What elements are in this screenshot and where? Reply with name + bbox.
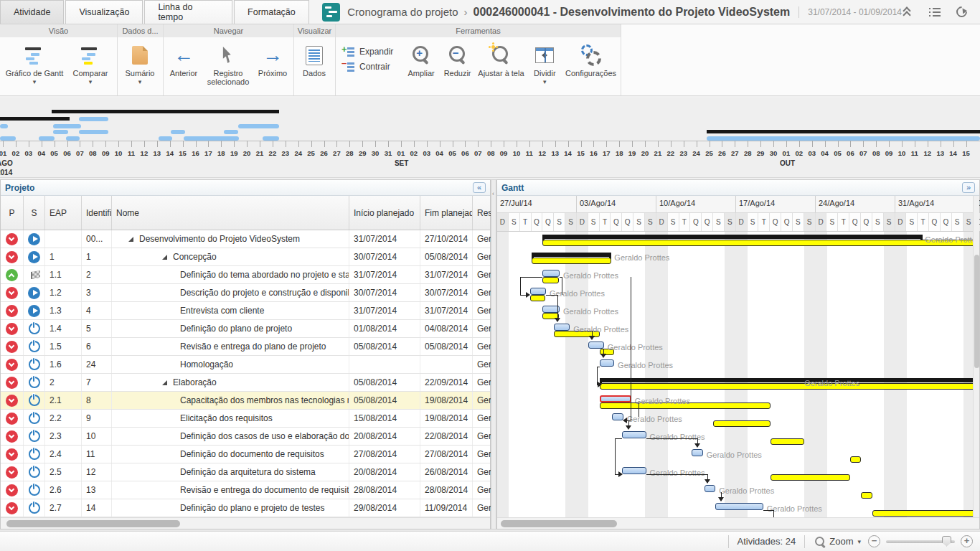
chevron-down-icon[interactable]: ▾ [857,538,861,545]
gantt-actual-bar[interactable] [612,413,623,420]
splitter-collapse-icon[interactable]: ‹ [492,190,494,197]
expand-panel-button[interactable]: » [962,182,975,193]
proximo-button[interactable]: → Próximo [254,40,291,79]
column-header[interactable]: Identific [82,196,112,230]
gantt-horizontal-scrollbar[interactable] [497,517,979,529]
dados-button[interactable]: Dados [296,40,333,79]
gantt-planned-bar[interactable] [600,383,979,390]
planned-end-cell: 27/08/2014 [420,446,473,463]
contrair-button[interactable]: Contrair [343,61,398,72]
gantt-summary-bar[interactable] [532,253,611,257]
gantt-actual-bar[interactable] [622,431,646,438]
gantt-chart-body[interactable]: Geraldo ProttesGeraldo ProttesGeraldo Pr… [497,232,979,519]
gantt-actual-bar[interactable] [692,449,703,456]
registro-selecionado-button[interactable]: Registro selecionado [202,40,254,88]
column-header[interactable]: EAP [45,196,82,230]
gantt-actual-bar[interactable] [554,324,570,331]
table-horizontal-scrollbar[interactable] [1,517,490,529]
anterior-button[interactable]: ← Anterior [165,40,202,79]
gantt-planned-bar[interactable] [542,277,558,283]
axis-month-label: SET [395,159,408,167]
refresh-icon[interactable] [954,4,969,19]
table-row[interactable]: 1.12Definição do tema abordado no projet… [1,266,490,284]
gantt-actual-bar[interactable] [530,288,546,295]
sumario-button[interactable]: Sumário ▾ [119,40,161,86]
axis-tick [427,141,428,147]
table-row[interactable]: 11Concepção30/07/201405/08/2014Geraldo P… [1,248,490,266]
gantt-planned-bar[interactable] [532,258,611,264]
gantt-actual-bar[interactable] [705,485,716,492]
panel-splitter[interactable]: ‹ [491,179,496,529]
tree-expand-icon[interactable] [162,380,167,385]
gantt-actual-bar[interactable] [600,359,615,367]
gantt-assignee-label: Geraldo Prottes [649,468,705,477]
gantt-actual-bar[interactable] [622,467,646,474]
status-not-started-icon [29,448,40,460]
gantt-planned-bar[interactable] [872,510,979,517]
gantt-summary-bar[interactable] [542,235,923,239]
column-header[interactable]: S [24,196,45,230]
zoom-in-button[interactable]: + [961,535,973,547]
dividir-button[interactable]: Dividir ▾ [527,40,563,86]
tab-formatacao[interactable]: Formatação [234,0,309,24]
gantt-planned-bar[interactable] [771,438,805,445]
expandir-button[interactable]: Expandir [343,46,398,57]
table-row[interactable]: 2.613Revisão e entrega do documento de r… [1,481,490,499]
gantt-chart-button[interactable]: Gráfico de Gantt ▾ [1,40,67,86]
table-row[interactable]: 1.34Entrevista com cliente31/07/201431/0… [1,302,490,320]
scrollbar-thumb[interactable] [501,520,617,527]
timeline-overview[interactable]: 01AGO20140203040506070809101112131415161… [0,98,980,178]
tab-linha-do-tempo[interactable]: Linha do tempo [144,0,232,24]
tree-expand-icon[interactable] [128,237,133,242]
collapse-ribbon-icon[interactable] [902,7,913,17]
column-header[interactable]: P [1,196,24,230]
table-row[interactable]: 1.23Descrição do projeto e construção e … [1,284,490,302]
gantt-planned-bar[interactable] [861,492,872,499]
gantt-planned-bar[interactable] [542,240,979,246]
gantt-vertical-scrollbar[interactable] [973,196,979,517]
tree-expand-icon[interactable] [162,255,167,260]
table-row[interactable]: 00...Desenvolvimento do Projeto VideoSys… [1,230,490,248]
table-row[interactable]: 1.624HomologaçãoGeraldo Prottes [1,356,490,374]
configuracoes-button[interactable]: Configurações [562,40,619,79]
list-menu-icon[interactable] [929,8,941,17]
gantt-planned-bar[interactable] [771,474,850,481]
ajustar-tela-button[interactable]: Ajustar à tela [475,40,527,79]
gantt-summary-bar[interactable] [600,378,979,382]
scrollbar-thumb[interactable] [6,520,180,527]
gantt-planned-bar[interactable] [713,420,770,427]
reduzir-button[interactable]: − Reduzir [440,40,476,79]
table-row[interactable]: 27Elaboração05/08/201422/09/2014Geraldo … [1,374,490,392]
gantt-planned-bar[interactable] [850,456,862,463]
table-row[interactable]: 2.411Definição do documento de requisito… [1,446,490,463]
table-row[interactable]: 2.714Definição do plano e projeto de tes… [1,499,490,517]
table-row[interactable]: 2.512Definição da arquitetura do sistema… [1,463,490,481]
table-row[interactable]: 1.45Definição do plano de projeto01/08/2… [1,320,490,338]
gantt-planned-bar[interactable] [530,295,545,301]
gantt-actual-bar[interactable] [588,342,604,349]
tab-visualizacao[interactable]: Visualização [65,0,143,24]
tab-atividade[interactable]: Atividade [0,0,64,24]
column-header[interactable]: Nome [112,196,349,230]
gantt-day-letter: S [668,213,679,231]
table-row[interactable]: 1.56Revisão e entrega do plano de projet… [1,338,490,356]
dependency-line [615,438,616,474]
table-row[interactable]: 2.310Definição dos casos de uso e elabor… [1,428,490,446]
column-header[interactable]: Responsável [473,196,491,230]
table-row[interactable]: 2.18Capacitação dos membros nas tecnolog… [1,392,490,410]
zoom-slider[interactable] [886,540,955,543]
column-header[interactable]: Fim planejado [420,196,473,230]
zoom-label[interactable]: Zoom [829,536,853,547]
zoom-out-button[interactable]: − [868,535,880,547]
gantt-actual-bar[interactable] [542,270,560,277]
breadcrumb[interactable]: Cronograma do projeto [347,6,458,18]
gantt-actual-bar[interactable] [715,503,763,510]
scrollbar-thumb[interactable] [974,255,979,368]
gantt-actual-bar[interactable] [600,395,631,402]
collapse-panel-button[interactable]: « [473,182,486,193]
zoom-slider-knob[interactable] [942,536,951,547]
ampliar-button[interactable]: + Ampliar [402,40,439,79]
table-row[interactable]: 2.29Elicitação dos requisitos15/08/20141… [1,410,490,428]
comparar-button[interactable]: Comparar ▾ [67,40,113,86]
column-header[interactable]: Início planejado [349,196,420,230]
